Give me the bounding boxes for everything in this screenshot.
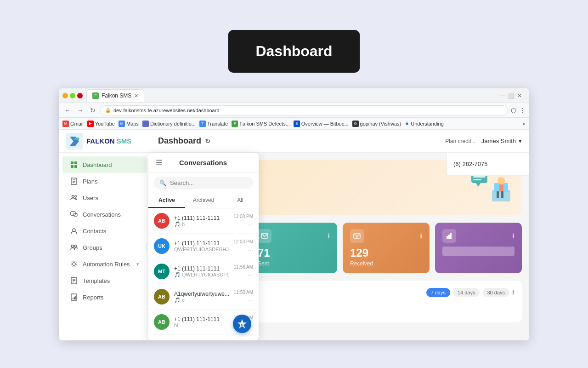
close-window-icon[interactable]: ✕ bbox=[517, 92, 522, 99]
svg-rect-3 bbox=[71, 161, 74, 164]
tab-archived[interactable]: Archived bbox=[185, 193, 222, 208]
logo-falkon: FALKON bbox=[86, 137, 117, 145]
fourth-info-icon[interactable]: ℹ bbox=[512, 232, 514, 240]
sidebar-item-automation[interactable]: Automation Rules ▾ bbox=[62, 256, 147, 272]
search-box[interactable]: 🔍 bbox=[154, 177, 253, 189]
reports-icon bbox=[70, 293, 78, 301]
forward-btn[interactable]: → bbox=[75, 106, 85, 115]
user-menu[interactable]: James Smith ▾ bbox=[481, 138, 522, 144]
bookmark-bar: M Gmail ▶ YouTube M Maps Dictionary defi… bbox=[59, 118, 529, 130]
browser-toolbar: ← → ↻ 🔒 dev-falkonsms-fe.azurewebsites.n… bbox=[59, 103, 529, 118]
conversation-item[interactable]: MT +1 (111) 111-1111 🎵 QWERTYUIOASDFGH..… bbox=[148, 259, 259, 284]
maximize-icon[interactable]: ⬜ bbox=[508, 92, 514, 99]
period-30days-btn[interactable]: 30 days bbox=[482, 288, 509, 297]
sidebar-item-contacts[interactable]: Contacts bbox=[62, 223, 147, 239]
sidebar-item-label: Plans bbox=[83, 178, 98, 185]
conversations-menu-icon[interactable]: ☰ bbox=[156, 158, 162, 167]
bookmark-falkon[interactable]: F Falkon SMS Defects... bbox=[232, 121, 289, 127]
period-7days-btn[interactable]: 7 days bbox=[426, 288, 450, 297]
dictionary-icon bbox=[142, 121, 149, 127]
conv-info: A1qwertyuiwertyuwe... 🎵 e bbox=[174, 291, 229, 303]
received-value: 129 bbox=[350, 247, 422, 259]
browser-tab[interactable]: F Falkon SMS ✕ bbox=[86, 89, 144, 102]
conv-time: 12:08 PM bbox=[233, 214, 253, 219]
tooltip-text: Dashboard bbox=[255, 43, 332, 59]
period-14days-btn[interactable]: 14 days bbox=[453, 288, 480, 297]
svg-point-17 bbox=[74, 245, 77, 247]
sidebar-item-reports[interactable]: Reports bbox=[62, 289, 147, 305]
tab-favicon: F bbox=[92, 92, 99, 99]
more-options-icon[interactable]: ⋮ bbox=[519, 107, 526, 114]
stat-card-fourth: ℹ bbox=[435, 223, 522, 273]
conv-meta: 12:08 PM ··· bbox=[233, 214, 253, 228]
received-card-icon bbox=[350, 229, 364, 243]
bookmarks-more-icon[interactable]: » bbox=[522, 121, 526, 127]
bookmark-gopinav[interactable]: G gopinav (Vishwas) bbox=[352, 121, 401, 127]
conversation-item[interactable]: AB A1qwertyuiwertyuwe... 🎵 e 11:50 AM ··… bbox=[148, 284, 259, 310]
sent-info-icon[interactable]: ℹ bbox=[328, 232, 330, 240]
bookmark-dictionary[interactable]: Dictionary definitio... bbox=[142, 121, 196, 127]
conv-time: 11:50 AM bbox=[234, 290, 253, 295]
sidebar-item-users[interactable]: Users bbox=[62, 190, 147, 206]
plans-icon bbox=[70, 177, 78, 185]
header-right: Plan credit... James Smith ▾ bbox=[445, 138, 522, 144]
bookmark-gmail[interactable]: M Gmail bbox=[62, 121, 84, 127]
conv-options-icon[interactable]: ··· bbox=[248, 221, 253, 228]
tab-close-btn[interactable]: ✕ bbox=[134, 93, 138, 99]
bookmark-understanding[interactable]: ★ Understanding bbox=[405, 121, 444, 126]
logo-area: FALKON SMS bbox=[66, 133, 158, 150]
conversation-item[interactable]: NT +1 (111) 111-1111 t bbox=[148, 335, 259, 337]
app-logo-icon bbox=[66, 133, 83, 150]
sidebar-item-templates[interactable]: Templates bbox=[62, 272, 147, 289]
search-icon: 🔍 bbox=[159, 180, 166, 186]
svg-rect-6 bbox=[74, 165, 77, 168]
tab-all[interactable]: All bbox=[222, 193, 259, 208]
github-icon: G bbox=[352, 121, 359, 127]
conv-options-icon[interactable]: ··· bbox=[248, 297, 253, 304]
refresh-icon[interactable]: ↻ bbox=[205, 138, 210, 145]
bookmark-overview[interactable]: B Overview — Bitbuc... bbox=[294, 121, 349, 127]
fourth-card-icon bbox=[442, 229, 456, 243]
received-info-icon[interactable]: ℹ bbox=[420, 232, 422, 240]
users-icon bbox=[70, 194, 78, 202]
conv-meta: 11:50 AM ··· bbox=[234, 290, 253, 304]
preview-icon: 🎵 bbox=[174, 221, 181, 227]
back-btn[interactable]: ← bbox=[62, 106, 73, 115]
conversations-header: ☰ Conversations bbox=[148, 153, 259, 173]
stat-card-received: ℹ 129 Received bbox=[343, 223, 430, 273]
minimize-icon[interactable]: — bbox=[499, 92, 505, 99]
reload-btn[interactable]: ↻ bbox=[88, 106, 97, 115]
conversation-item[interactable]: AB +1 (111) 111-1111 🎵 h 12:08 PM ··· bbox=[148, 208, 259, 234]
sidebar-item-dashboard[interactable]: Dashboard bbox=[62, 156, 147, 173]
svg-rect-37 bbox=[473, 179, 481, 180]
sidebar-item-plans[interactable]: Plans bbox=[62, 173, 147, 190]
sidebar-item-groups[interactable]: Groups bbox=[62, 239, 147, 256]
conv-meta: 12:03 PM ··· bbox=[233, 239, 253, 253]
bookmark-youtube[interactable]: ▶ YouTube bbox=[87, 121, 115, 127]
extensions-icon[interactable]: ⬡ bbox=[511, 107, 516, 114]
close-btn[interactable] bbox=[77, 93, 83, 98]
new-conversation-fab[interactable] bbox=[233, 315, 251, 333]
conv-time: 11:56 AM bbox=[234, 264, 253, 270]
gmail-icon: M bbox=[62, 121, 69, 127]
svg-marker-35 bbox=[476, 183, 481, 187]
conv-options-icon[interactable]: ··· bbox=[248, 246, 253, 253]
bookmark-maps[interactable]: M Maps bbox=[119, 121, 139, 127]
dashboard-icon bbox=[70, 161, 78, 169]
svg-rect-44 bbox=[447, 236, 448, 239]
maximize-btn[interactable] bbox=[70, 93, 75, 98]
address-bar[interactable]: 🔒 dev-falkonsms-fe.azurewebsites.net/das… bbox=[100, 105, 508, 115]
search-input[interactable] bbox=[170, 179, 248, 186]
received-label: Received bbox=[350, 260, 422, 267]
sidebar-item-label: Automation Rules bbox=[83, 261, 130, 268]
conversations-search[interactable]: 🔍 bbox=[148, 173, 259, 193]
conv-options-icon[interactable]: ··· bbox=[248, 271, 253, 279]
bookmark-translate[interactable]: T Translate bbox=[199, 121, 228, 127]
sidebar-item-conversations[interactable]: Conversations bbox=[62, 206, 147, 223]
stats-info-icon[interactable]: ℹ bbox=[512, 289, 514, 296]
conversation-item[interactable]: UK +1 (111) 111-1111 QWERTYUIOASDFGHJKZ.… bbox=[148, 234, 259, 259]
tab-active[interactable]: Active bbox=[148, 193, 185, 208]
minimize-btn[interactable] bbox=[62, 93, 68, 98]
sidebar-item-label: Conversations bbox=[83, 211, 121, 218]
ssl-lock-icon: 🔒 bbox=[105, 108, 111, 113]
